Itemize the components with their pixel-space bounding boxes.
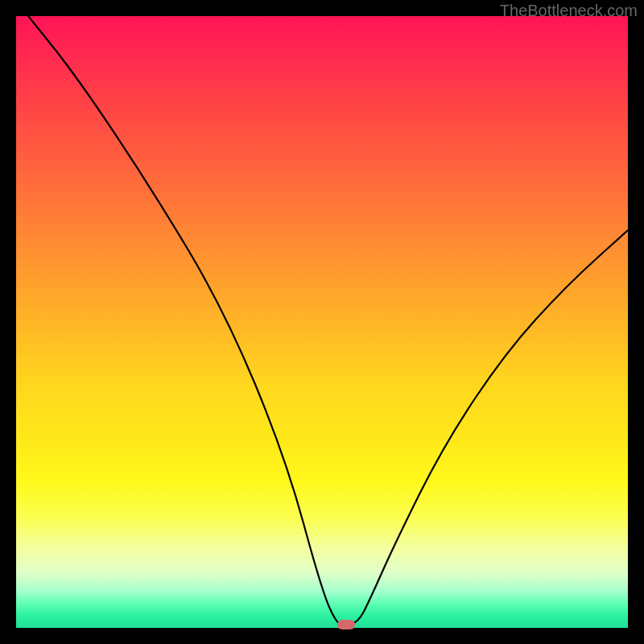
optimum-marker xyxy=(337,620,355,630)
bottleneck-curve xyxy=(16,16,628,628)
watermark-text: TheBottleneck.com xyxy=(500,2,638,20)
chart-plot-area xyxy=(16,16,628,628)
